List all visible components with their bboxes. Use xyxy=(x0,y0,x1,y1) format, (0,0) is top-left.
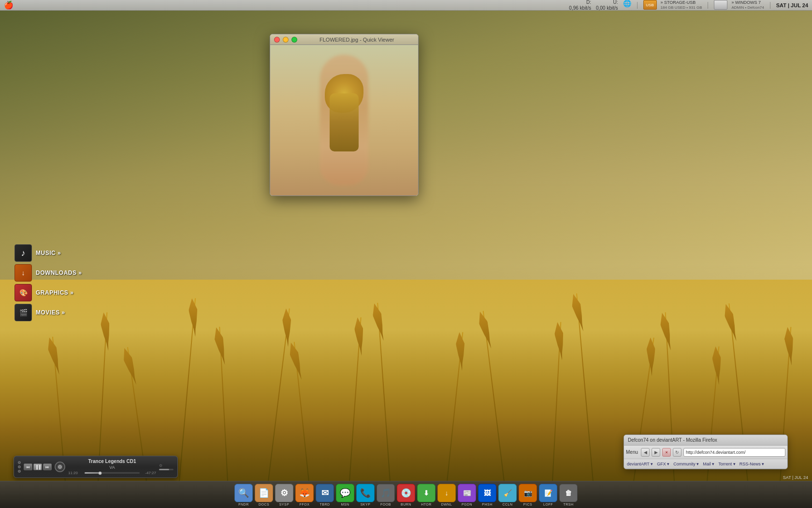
nav-torrent[interactable]: Torrent ▾ xyxy=(718,462,736,466)
nav-gfx[interactable]: GFX ▾ xyxy=(657,462,669,466)
downloads-folder-icon[interactable]: ↓ DOWNLOADS » xyxy=(14,264,82,282)
separator xyxy=(637,2,638,9)
dock-loff-icon: 📝 xyxy=(539,484,557,502)
minimize-button[interactable] xyxy=(283,37,289,43)
player-artist: VA xyxy=(109,465,115,470)
dock-item-phsh[interactable]: 🖼 PHSH xyxy=(478,484,496,506)
menubar-time: SAT | JUL 24 xyxy=(776,2,808,8)
settings-icon[interactable]: ⚙ xyxy=(159,463,174,468)
dock-trsh-label: TRSH xyxy=(563,503,573,506)
player-time-bar: 11:20 -47:27 xyxy=(68,471,156,475)
movies-label: MOVIES » xyxy=(36,309,65,316)
dock-pgdn-label: PGDN xyxy=(462,503,472,506)
network-stats: D: 0,96 kbit/s U: 0,00 kbit/s 🌐 xyxy=(569,0,631,11)
dock-ccln-label: CCLN xyxy=(502,503,512,506)
dot2 xyxy=(18,465,21,468)
storage-size: 184 GB USED • 931 GB xyxy=(661,5,702,10)
graphics-folder-icon[interactable]: 🎨 GRAPHICS » xyxy=(14,284,73,301)
flower-image xyxy=(270,45,418,195)
dock-phsh-label: PHSH xyxy=(482,503,492,506)
player-progress-bar[interactable] xyxy=(85,472,140,474)
dock-item-burn[interactable]: 💿 BURN xyxy=(397,484,415,506)
dock-item-loff[interactable]: 📝 LOFF xyxy=(539,484,557,506)
dock-item-tbrd[interactable]: ✉ TBRD xyxy=(316,484,334,506)
volume-bar[interactable] xyxy=(159,469,174,470)
dock-skyp-icon: 📞 xyxy=(356,484,375,502)
firefox-url: http://defcon74.deviantart.com/ xyxy=(686,450,746,455)
image-content xyxy=(270,45,418,195)
music-folder-icon[interactable]: ♪ MUSIC » xyxy=(14,244,61,262)
dock-item-ccln[interactable]: 🧹 CCLN xyxy=(498,484,517,506)
dock-ffox-icon: 🦊 xyxy=(295,484,314,502)
firefox-url-bar[interactable]: http://defcon74.deviantart.com/ xyxy=(683,448,785,457)
maximize-button[interactable] xyxy=(291,37,297,43)
player-prev-button[interactable]: ⏮ xyxy=(24,463,32,470)
nav-mail[interactable]: Mail ▾ xyxy=(703,462,714,466)
dock-pgdn-icon: 📰 xyxy=(458,484,476,502)
dock-pics-icon: 📷 xyxy=(519,484,537,502)
nav-deviantart[interactable]: deviantART ▾ xyxy=(627,462,653,466)
dock-sysp-icon: ⚙ xyxy=(275,484,293,502)
dock-item-ffox[interactable]: 🦊 FFOX xyxy=(295,484,314,506)
dock-pics-label: PICS xyxy=(523,503,532,506)
separator2 xyxy=(708,2,708,9)
dock-item-htor[interactable]: ⬇ HTOR xyxy=(417,484,435,506)
network-icon: 🌐 xyxy=(623,0,631,11)
dock-htor-icon: ⬇ xyxy=(417,484,435,502)
dock-item-fndr[interactable]: 🔍 FNDR xyxy=(234,484,253,506)
dock-fndr-label: FNDR xyxy=(238,503,248,506)
player-dots xyxy=(18,461,21,473)
firefox-window[interactable]: Defcon74 on deviantART - Mozilla Firefox… xyxy=(624,434,788,469)
player-progress-knob[interactable] xyxy=(98,471,102,475)
download-speed: D: 0,96 kbit/s xyxy=(569,0,591,11)
player-info: Trance Legends CD1 VA 11:20 -47:27 xyxy=(68,459,156,475)
firefox-menu-label[interactable]: Menu xyxy=(626,449,638,455)
dock-item-msn[interactable]: 💬 MSN xyxy=(336,484,354,506)
download-label: D: xyxy=(586,0,591,5)
dock-item-sysp[interactable]: ⚙ SYSP xyxy=(275,484,293,506)
dock-item-skyp[interactable]: 📞 SKYP xyxy=(356,484,375,506)
quick-viewer-window[interactable]: FLOWERED.jpg - Quick Viewer xyxy=(270,34,419,196)
windows-admin: ADMIN • Defcon74 xyxy=(731,5,764,10)
firefox-back-button[interactable]: ◀ xyxy=(641,448,650,457)
dock-item-dwnl[interactable]: ↓ DWNL xyxy=(437,484,456,506)
dock-skyp-label: SKYP xyxy=(361,503,371,506)
dock-htor-label: HTOR xyxy=(421,503,432,506)
bottom-time-text: SAT | JUL 24 xyxy=(783,475,808,480)
player-buttons: ⏮ ▐▐ ⏭ xyxy=(24,463,52,470)
nav-rss[interactable]: RSS-News ▾ xyxy=(740,462,765,466)
dock-tbrd-icon: ✉ xyxy=(316,484,334,502)
dock-item-foob[interactable]: 🎵 FOOB xyxy=(377,484,395,506)
download-value: 0,96 kbit/s xyxy=(569,5,591,11)
firefox-forward-button[interactable]: ▶ xyxy=(652,448,660,457)
music-label: MUSIC » xyxy=(36,250,61,256)
dock-fndr-icon: 🔍 xyxy=(234,484,253,502)
dock-item-pics[interactable]: 📷 PICS xyxy=(519,484,537,506)
player-next-button[interactable]: ⏭ xyxy=(43,463,52,470)
dock-docs-label: DOCS xyxy=(259,503,269,506)
dock-item-pgdn[interactable]: 📰 PGDN xyxy=(458,484,476,506)
movies-folder-icon[interactable]: 🎬 MOVIES » xyxy=(14,304,65,321)
menubar-left: 🍎 xyxy=(4,0,14,10)
nav-community[interactable]: Community ▾ xyxy=(673,462,699,466)
dock-foob-icon: 🎵 xyxy=(377,484,395,502)
upload-value: 0,00 kbit/s xyxy=(596,5,618,11)
firefox-refresh-button[interactable]: ↻ xyxy=(673,448,682,457)
graphics-label: GRAPHICS » xyxy=(36,289,73,296)
upload-label: U: xyxy=(613,0,618,5)
dock-item-docs[interactable]: 📄 DOCS xyxy=(255,484,273,506)
dock-ffox-label: FFOX xyxy=(300,503,310,506)
dock-msn-label: MSN xyxy=(341,503,349,506)
dock-item-trsh[interactable]: 🗑 TRSH xyxy=(559,484,578,506)
flower-bunch xyxy=(330,93,359,151)
firefox-stop-button[interactable]: × xyxy=(662,448,671,457)
player-play-button[interactable]: ▐▐ xyxy=(33,463,42,470)
close-button[interactable] xyxy=(274,37,280,43)
dock-burn-icon: 💿 xyxy=(397,484,415,502)
apple-menu[interactable]: 🍎 xyxy=(4,0,14,10)
music-player[interactable]: ⏮ ▐▐ ⏭ Trance Legends CD1 VA 11:20 -47:2… xyxy=(14,456,178,478)
firefox-navlinks: deviantART ▾ GFX ▾ Community ▾ Mail ▾ To… xyxy=(624,459,787,469)
quick-viewer-titlebar: FLOWERED.jpg - Quick Viewer xyxy=(270,34,418,45)
player-disc xyxy=(55,462,65,472)
dock-msn-icon: 💬 xyxy=(336,484,354,502)
